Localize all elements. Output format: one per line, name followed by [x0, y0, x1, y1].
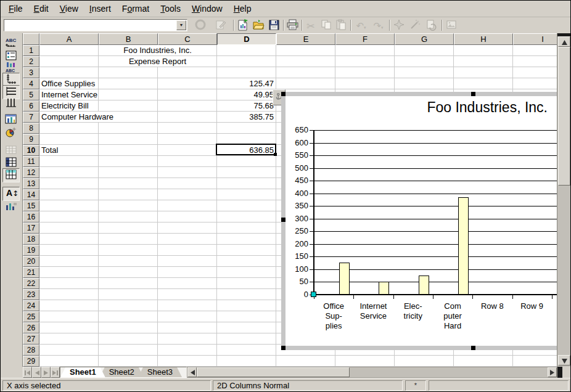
last-sheet-button[interactable]	[51, 367, 60, 378]
cell-A7[interactable]: Computer Hardware	[39, 112, 113, 122]
row-header-14[interactable]: 14	[23, 189, 39, 200]
row-header-19[interactable]: 19	[23, 245, 39, 256]
row-header-3[interactable]: 3	[23, 67, 39, 78]
row-header-18[interactable]: 18	[23, 234, 39, 245]
cell-A5[interactable]: Internet Service	[39, 89, 97, 100]
chart-plot[interactable]: Foo Industries, Inc. 0501001502002503003…	[286, 96, 557, 346]
column-header-E[interactable]: E	[276, 33, 335, 45]
row-header-6[interactable]: 6	[23, 100, 39, 112]
chart-bar-computer-hard[interactable]	[458, 197, 469, 295]
row-header-10[interactable]: 10	[23, 145, 39, 156]
column-header-B[interactable]: B	[99, 33, 158, 45]
open-button[interactable]	[251, 19, 266, 33]
combo-dropdown-icon[interactable]: ▼	[176, 20, 186, 30]
column-header-G[interactable]: G	[395, 33, 454, 45]
column-header-I[interactable]: I	[513, 33, 557, 45]
row-header-9[interactable]: 9	[23, 134, 39, 145]
cell-grid[interactable]: Foo Industries, Inc. 0501001502002503003…	[39, 45, 557, 367]
cell-A4[interactable]: Office Supplies	[39, 78, 95, 89]
x-axis-label[interactable]: Row 9	[512, 301, 552, 311]
y-axis-label[interactable]: 50	[286, 277, 308, 287]
y-axis-label[interactable]: 350	[286, 201, 308, 211]
y-axis-label[interactable]: 400	[286, 189, 308, 198]
menu-view[interactable]: View	[54, 2, 84, 15]
row-header-26[interactable]: 26	[23, 322, 39, 333]
y-axis-label[interactable]: 450	[286, 176, 308, 186]
x-axis-label[interactable]: Row 8	[472, 301, 512, 311]
row-header-15[interactable]: 15	[23, 200, 39, 211]
cell-D4[interactable]: 125.47	[217, 78, 276, 89]
horizontal-split-handle[interactable]	[557, 367, 562, 378]
scroll-right-button[interactable]	[548, 367, 557, 377]
active-cell-selection[interactable]	[216, 144, 276, 155]
fill-handle[interactable]	[274, 153, 277, 156]
y-axis-label[interactable]: 300	[286, 214, 308, 224]
row-header-16[interactable]: 16	[23, 211, 39, 223]
horizontal-scroll-thumb[interactable]	[197, 367, 350, 377]
row-header-13[interactable]: 13	[23, 178, 39, 189]
url-input[interactable]	[5, 20, 178, 30]
scroll-down-button[interactable]	[558, 355, 570, 365]
x-axis-label[interactable]: ComputerHard	[433, 301, 472, 331]
cell-B2[interactable]: Expense Report	[99, 56, 216, 67]
cell-D5[interactable]: 49.95	[217, 89, 276, 100]
row-header-25[interactable]: 25	[23, 311, 39, 322]
select-all-corner[interactable]	[23, 33, 39, 45]
y-axis-label[interactable]: 200	[286, 239, 308, 249]
tab-sheet2[interactable]: Sheet2	[100, 367, 144, 377]
vertical-scroll-thumb[interactable]	[558, 47, 570, 186]
row-header-12[interactable]: 12	[23, 167, 39, 178]
scroll-up-button[interactable]	[558, 36, 570, 47]
data-in-columns-button[interactable]	[2, 168, 20, 182]
menu-window[interactable]: Window	[186, 2, 228, 15]
y-axis-label[interactable]: 550	[286, 150, 308, 160]
y-axis-label[interactable]: 600	[286, 138, 308, 148]
menu-format[interactable]: Format	[117, 2, 155, 15]
y-axis-label[interactable]: 650	[286, 125, 308, 135]
y-axis-label[interactable]: 500	[286, 163, 308, 173]
y-axis-label[interactable]: 0	[286, 290, 308, 300]
reorganize-chart-button[interactable]	[2, 200, 20, 214]
menu-edit[interactable]: Edit	[28, 2, 54, 15]
scroll-left-button[interactable]	[187, 367, 197, 377]
cell-D7[interactable]: 385.75	[217, 112, 276, 122]
cell-D6[interactable]: 75.68	[217, 100, 276, 111]
x-axis-line[interactable]	[313, 294, 557, 295]
chart-object[interactable]: Foo Industries, Inc. 0501001502002503003…	[281, 92, 557, 350]
row-header-7[interactable]: 7	[23, 112, 39, 123]
chart-bar-office-supplies[interactable]	[339, 263, 350, 295]
tab-sheet1[interactable]: Sheet1	[60, 367, 105, 377]
row-header-11[interactable]: 11	[23, 156, 39, 167]
previous-sheet-button[interactable]	[32, 367, 41, 378]
horizontal-scrollbar[interactable]	[187, 367, 557, 378]
selection-handle[interactable]	[471, 92, 475, 96]
menu-insert[interactable]: Insert	[84, 2, 117, 15]
cell-B1[interactable]: Foo Industries, Inc.	[99, 45, 216, 55]
row-header-20[interactable]: 20	[23, 256, 39, 267]
vertical-scrollbar[interactable]	[557, 33, 571, 367]
column-header-D[interactable]: D	[217, 33, 276, 45]
next-sheet-button[interactable]	[41, 367, 51, 378]
cell-A6[interactable]: Electricity Bill	[39, 100, 89, 111]
row-header-1[interactable]: 1	[23, 45, 39, 56]
chart-bar-internet-service[interactable]	[379, 282, 389, 295]
url-combobox[interactable]: ▼	[4, 19, 187, 31]
chart-bar-electricity[interactable]	[419, 276, 429, 295]
selection-handle[interactable]	[281, 346, 286, 350]
row-header-5[interactable]: 5	[23, 89, 39, 100]
selection-handle[interactable]	[281, 218, 286, 222]
menu-help[interactable]: Help	[228, 2, 257, 15]
menu-file[interactable]: File	[3, 2, 28, 15]
x-axis-label[interactable]: OfficeSup-plies	[314, 301, 353, 331]
y-axis-label[interactable]: 250	[286, 226, 308, 236]
column-header-F[interactable]: F	[335, 33, 395, 45]
row-header-28[interactable]: 28	[23, 345, 39, 356]
scale-text-button[interactable]: A↕	[2, 187, 20, 201]
row-header-22[interactable]: 22	[23, 278, 39, 289]
column-header-C[interactable]: C	[158, 33, 217, 45]
row-header-21[interactable]: 21	[23, 267, 39, 278]
new-document-button[interactable]	[236, 19, 250, 33]
selection-handle[interactable]	[281, 92, 286, 96]
row-header-4[interactable]: 4	[23, 78, 39, 89]
x-axis-label[interactable]: Elec-tricity	[393, 301, 433, 321]
